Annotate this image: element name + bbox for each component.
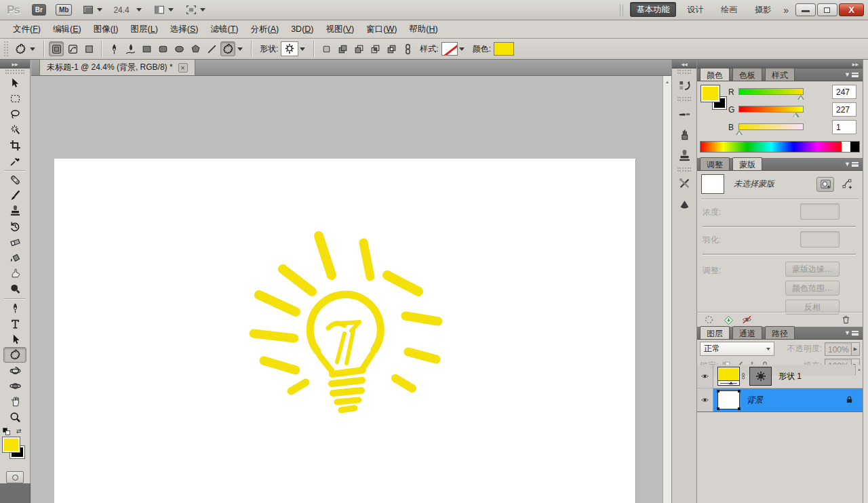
line-tool-button[interactable]: [204, 41, 219, 56]
panel-menu-icon[interactable]: ▼: [844, 161, 859, 167]
exclude-overlapping-areas-button[interactable]: [384, 41, 399, 56]
smudge-tool[interactable]: [3, 266, 26, 281]
menu-item-d[interactable]: 3D(D): [285, 22, 319, 37]
canvas-area[interactable]: ▲: [31, 76, 671, 503]
channel-slider[interactable]: [738, 106, 804, 113]
slider-handle[interactable]: [736, 130, 743, 135]
minimize-button[interactable]: [795, 3, 816, 16]
tab-styles[interactable]: 样式: [765, 68, 795, 81]
close-button[interactable]: X: [839, 3, 864, 16]
mask-edge-button[interactable]: 蒙版边缘…: [785, 262, 840, 277]
create-new-shape-layer-button[interactable]: [319, 41, 334, 56]
channel-value-input[interactable]: 247: [832, 85, 856, 99]
paths-mode-button[interactable]: [65, 41, 80, 56]
workspace-overflow-button[interactable]: »: [783, 5, 787, 16]
zoom-level-control[interactable]: 24.4: [113, 5, 142, 15]
feather-input[interactable]: [800, 231, 840, 247]
tab-color[interactable]: 颜色: [700, 68, 730, 81]
apply-mask-button[interactable]: [722, 315, 734, 325]
dodge-tool[interactable]: [3, 281, 26, 297]
tab-paths[interactable]: 路径: [765, 326, 795, 339]
canvas-vertical-scrollbar[interactable]: ▲: [663, 76, 671, 503]
foreground-color-swatch[interactable]: [3, 437, 20, 452]
channel-value-input[interactable]: 1: [832, 120, 856, 134]
menu-item-h[interactable]: 帮助(H): [403, 21, 443, 38]
custom-shape-tool-button[interactable]: [220, 41, 235, 56]
swap-colors-icon[interactable]: ⇄: [16, 428, 22, 435]
menu-item-v[interactable]: 视图(V): [320, 21, 361, 38]
clone-stamp-tool[interactable]: [3, 203, 26, 219]
document-close-icon[interactable]: ×: [178, 63, 188, 73]
history-panel-icon[interactable]: [674, 75, 694, 96]
brush-tool[interactable]: [3, 188, 26, 203]
view-extras-button[interactable]: [81, 4, 102, 16]
channel-value-input[interactable]: 227: [832, 102, 856, 117]
crop-tool[interactable]: [3, 138, 26, 153]
slider-handle[interactable]: [793, 113, 800, 117]
rectangle-tool-button[interactable]: [139, 41, 154, 56]
add-to-shape-area-button[interactable]: [335, 41, 350, 56]
shape-layers-mode-button[interactable]: [49, 41, 64, 56]
panel-menu-icon[interactable]: ▼: [844, 329, 859, 336]
spectrum-gradient[interactable]: [701, 142, 842, 152]
color-range-button[interactable]: 颜色范围…: [785, 281, 840, 296]
link-style-button[interactable]: [400, 41, 415, 56]
magic-wand-tool[interactable]: [3, 122, 26, 138]
blend-mode-select[interactable]: 正常: [700, 342, 774, 356]
subtract-from-shape-area-button[interactable]: [351, 41, 366, 56]
notes-panel-icon[interactable]: [674, 195, 694, 215]
options-bar-grip[interactable]: [4, 41, 8, 56]
layer-style-swatch[interactable]: [441, 42, 458, 56]
scroll-up-icon[interactable]: ▲: [663, 79, 671, 84]
menu-item-l[interactable]: 图层(L): [125, 21, 164, 38]
workspace-button-2[interactable]: 设计: [680, 2, 710, 17]
menu-item-w[interactable]: 窗口(W): [360, 21, 403, 38]
layers-scrollbar[interactable]: ▲: [855, 365, 863, 376]
polygon-tool-button[interactable]: [188, 41, 203, 56]
brush-presets-panel-icon[interactable]: [674, 124, 694, 144]
tab-swatches[interactable]: 色板: [732, 68, 762, 81]
layer-visibility-toggle[interactable]: [697, 388, 713, 411]
delete-mask-button[interactable]: [840, 315, 852, 325]
dock-group-grip[interactable]: [677, 97, 691, 101]
document-canvas[interactable]: [54, 159, 635, 503]
spectrum-white-swatch[interactable]: [842, 142, 850, 152]
density-slider[interactable]: [703, 226, 856, 227]
clone-source-panel-icon[interactable]: [674, 146, 694, 166]
eraser-tool[interactable]: [3, 235, 26, 250]
color-spectrum-ramp[interactable]: [700, 141, 860, 153]
scroll-up-icon[interactable]: ▲: [856, 367, 863, 371]
zoom-level-value[interactable]: 24.4: [113, 5, 132, 15]
fill-layer-thumbnail[interactable]: [717, 367, 740, 386]
layer-row-shape1[interactable]: 形状 1: [697, 365, 863, 388]
menu-item-s[interactable]: 选择(S): [164, 21, 205, 38]
lasso-tool[interactable]: [3, 106, 26, 122]
custom-shape-tool[interactable]: [3, 347, 26, 363]
add-vector-mask-button[interactable]: [838, 177, 856, 192]
feather-slider[interactable]: [703, 254, 856, 255]
background-layer-thumbnail[interactable]: [717, 390, 740, 409]
mask-link-icon[interactable]: [741, 371, 748, 382]
layer-name[interactable]: 背景: [747, 395, 763, 406]
opacity-slider-button[interactable]: ▶: [852, 342, 860, 356]
layer-row-background[interactable]: 背景: [697, 388, 863, 412]
eyedropper-tool[interactable]: [3, 153, 26, 169]
workspace-button-3[interactable]: 绘画: [714, 2, 744, 17]
layer-visibility-toggle[interactable]: [697, 365, 713, 388]
arrange-documents-button[interactable]: [153, 4, 174, 16]
document-tab[interactable]: 未标题-1 @ 24.4% (背景, RGB/8) * ×: [39, 59, 195, 75]
menu-item-a[interactable]: 分析(A): [244, 21, 285, 38]
pen-tool[interactable]: [3, 300, 26, 316]
paint-bucket-tool[interactable]: [3, 250, 26, 266]
spectrum-black-swatch[interactable]: [850, 142, 859, 152]
density-input[interactable]: [800, 203, 840, 220]
tool-preset-picker[interactable]: [13, 41, 28, 56]
foreground-color-swatch[interactable]: [701, 85, 719, 102]
intersect-shape-areas-button[interactable]: [368, 41, 382, 56]
spot-healing-brush-tool[interactable]: [3, 172, 26, 188]
ellipse-tool-button[interactable]: [172, 41, 186, 56]
vector-mask-thumbnail[interactable]: [749, 367, 772, 386]
default-colors-icon[interactable]: [3, 428, 10, 435]
layer-name[interactable]: 形状 1: [778, 371, 802, 382]
3d-rotate-tool[interactable]: [3, 363, 26, 378]
